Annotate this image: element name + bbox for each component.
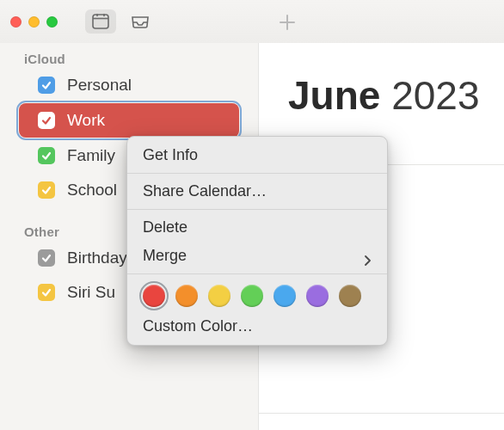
menu-item-delete[interactable]: Delete — [127, 213, 387, 242]
menu-item-get-info[interactable]: Get Info — [127, 141, 387, 169]
calendar-label: School — [67, 181, 117, 200]
menu-label: Get Info — [143, 146, 198, 164]
color-swatch-yellow[interactable] — [208, 285, 230, 307]
color-swatch-purple[interactable] — [306, 285, 329, 307]
menu-separator — [127, 209, 387, 210]
menu-item-share[interactable]: Share Calendar… — [127, 177, 387, 206]
calendar-item-work[interactable]: Work — [19, 103, 239, 138]
window-controls — [10, 16, 58, 28]
inbox-button[interactable] — [125, 9, 156, 34]
calendar-item-personal[interactable]: Personal — [0, 68, 258, 102]
chevron-right-icon — [363, 252, 372, 261]
checkbox-school[interactable] — [38, 181, 55, 199]
color-swatch-green[interactable] — [241, 285, 263, 307]
calendar-label: Siri Su — [67, 283, 115, 302]
menu-label: Share Calendar… — [143, 182, 267, 200]
grid-line — [259, 413, 504, 414]
titlebar — [0, 0, 504, 43]
checkbox-family[interactable] — [38, 147, 55, 164]
add-event-button[interactable] — [275, 10, 299, 34]
toolbar — [85, 9, 156, 34]
context-menu: Get Info Share Calendar… Delete Merge Cu… — [126, 136, 388, 346]
month-title: June 2023 — [288, 72, 480, 119]
menu-label: Merge — [143, 247, 187, 265]
menu-item-merge[interactable]: Merge — [127, 242, 387, 270]
calendar-label: Birthdays — [67, 249, 135, 267]
color-swatch-brown[interactable] — [339, 285, 361, 307]
menu-label: Custom Color… — [143, 317, 253, 335]
month-label: June — [288, 73, 380, 118]
checkbox-birthdays[interactable] — [38, 249, 55, 267]
menu-separator — [127, 273, 387, 274]
menu-label: Delete — [143, 218, 187, 236]
menu-separator — [127, 173, 387, 174]
toggle-sidebar-button[interactable] — [85, 9, 116, 34]
calendar-sidebar-icon — [92, 14, 109, 29]
color-swatch-blue[interactable] — [274, 285, 296, 307]
plus-icon — [279, 14, 296, 31]
close-button[interactable] — [10, 16, 22, 28]
checkbox-work[interactable] — [38, 112, 55, 129]
inbox-icon — [131, 14, 150, 29]
checkbox-personal[interactable] — [38, 77, 55, 94]
section-header-icloud: iCloud — [0, 45, 258, 68]
zoom-button[interactable] — [46, 16, 58, 28]
calendar-label: Personal — [67, 76, 132, 95]
window: iCloud Personal Work Family School Other — [0, 0, 504, 430]
checkbox-siri[interactable] — [38, 284, 55, 301]
calendar-label: Family — [67, 146, 115, 165]
calendar-label: Work — [67, 111, 105, 130]
svg-rect-0 — [93, 15, 108, 28]
color-swatch-orange[interactable] — [175, 285, 198, 307]
color-swatch-red[interactable] — [143, 285, 165, 307]
color-row — [127, 278, 387, 312]
year-label: 2023 — [391, 73, 479, 118]
minimize-button[interactable] — [28, 16, 40, 28]
menu-item-custom-color[interactable]: Custom Color… — [127, 312, 387, 341]
